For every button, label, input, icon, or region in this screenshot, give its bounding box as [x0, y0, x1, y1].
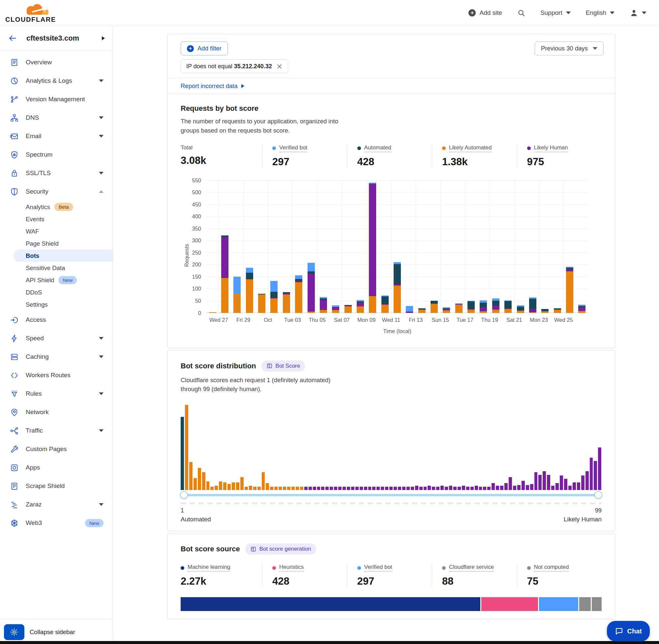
sidebar-item-apps[interactable]: Apps: [0, 458, 113, 477]
histogram-bar-score-81: [521, 481, 525, 490]
main-content: + Add filter IP does not equal 35.212.24…: [113, 26, 659, 644]
site-expand-icon[interactable]: [102, 36, 105, 40]
chevron-down-icon: [99, 135, 103, 138]
sidebar-subitem-label: Bots: [26, 252, 39, 259]
distribution-title: Bot score distribution Bot Score: [181, 361, 602, 372]
legend-dot: [181, 566, 184, 570]
histogram-bar-score-69: [470, 487, 474, 490]
x-axis-tick: Wed 11: [382, 317, 400, 323]
sidebar-subitem-waf[interactable]: WAF: [0, 225, 113, 237]
sidebar-item-traffic[interactable]: Traffic: [0, 421, 113, 440]
gridline-vertical: [465, 180, 465, 313]
sidebar-item-speed[interactable]: Speed: [0, 329, 113, 348]
histogram-bar-score-64: [449, 486, 452, 490]
sidebar-item-network[interactable]: Network: [0, 403, 113, 421]
stacked-bar: [492, 298, 499, 313]
sidebar-subitem-sensitive-data[interactable]: Sensitive Data: [0, 262, 113, 274]
stacked-bar: [295, 275, 302, 313]
search-button[interactable]: [517, 9, 525, 17]
analytics-icon: [10, 76, 19, 86]
not-computed-stat: Not computed75: [517, 564, 602, 587]
histogram-bar-score-3: [189, 462, 192, 490]
stacked-bar: [517, 305, 524, 313]
stat-label: Likely Automated: [449, 144, 492, 152]
gridline: [206, 180, 588, 181]
likely-human-segment: [221, 237, 229, 278]
filter-chip[interactable]: IP does not equal 35.212.240.32: [181, 59, 288, 73]
bot-score-generation-badge[interactable]: Bot score generation: [245, 544, 316, 555]
verified-bot-segment: [406, 306, 413, 312]
sidebar-item-ssl-tls[interactable]: SSL/TLS: [0, 164, 113, 182]
sidebar-item-overview[interactable]: Overview: [0, 53, 113, 72]
add-site-button[interactable]: + Add site: [468, 9, 502, 17]
likely-human-segment: [492, 306, 499, 309]
top-nav: + Add site Support English: [468, 8, 646, 17]
chat-button[interactable]: Chat: [607, 621, 650, 641]
sidebar-subitem-bots[interactable]: Bots: [13, 250, 113, 262]
histogram-bar-score-21: [266, 483, 269, 490]
y-axis-tick: 300: [181, 237, 201, 244]
sidebar-item-spectrum[interactable]: Spectrum: [0, 145, 113, 164]
site-name: cftestsite3.com: [26, 34, 79, 43]
back-arrow-icon[interactable]: [8, 33, 17, 43]
sidebar-item-label: Web3: [26, 519, 81, 527]
bot-score-badge[interactable]: Bot Score: [261, 361, 305, 372]
new-badge: New: [58, 276, 77, 284]
legend-dot: [527, 566, 531, 570]
sidebar-item-custom-pages[interactable]: Custom Pages: [0, 440, 113, 458]
chevron-down-icon: [99, 392, 103, 395]
sidebar-item-security[interactable]: Security: [0, 182, 113, 201]
sidebar-subitem-api-shield[interactable]: API ShieldNew: [0, 274, 113, 286]
sidebar-item-scrape-shield[interactable]: Scrape Shield: [0, 477, 113, 495]
sidebar-item-version-management[interactable]: Version Management: [0, 90, 113, 109]
histogram-bar-score-77: [504, 483, 508, 490]
site-selector[interactable]: cftestsite3.com: [0, 26, 113, 50]
add-filter-label: Add filter: [197, 45, 221, 52]
sidebar-item-label: Scrape Shield: [26, 482, 103, 490]
histogram-bar-score-87: [547, 475, 550, 490]
collapse-sidebar-button[interactable]: Collapse sidebar: [30, 628, 75, 636]
legend-dot: [272, 566, 276, 570]
report-incorrect-data-link[interactable]: Report incorrect data: [181, 83, 244, 90]
sidebar-item-access[interactable]: Access: [0, 310, 113, 329]
chevron-down-icon: [642, 12, 646, 14]
sidebar-subitem-settings[interactable]: Settings: [0, 298, 113, 310]
cloudflare-service-stat: Cloudflare service88: [432, 564, 517, 587]
language-menu[interactable]: English: [586, 9, 614, 17]
sidebar-subitem-ddos[interactable]: DDoS: [0, 286, 113, 298]
settings-gear-button[interactable]: [4, 624, 24, 640]
likely-human-segment: [406, 312, 413, 313]
likely-automated-segment: [492, 309, 499, 313]
histogram-bar-score-88: [551, 486, 555, 490]
sidebar-item-analytics-logs[interactable]: Analytics & Logs: [0, 72, 113, 90]
remove-filter-icon[interactable]: [276, 63, 283, 70]
brand-wordmark: CLOUDFLARE: [5, 16, 56, 23]
chevron-down-icon: [99, 355, 103, 358]
requests-card: + Add filter IP does not equal 35.212.24…: [167, 34, 615, 348]
date-range-select[interactable]: Previous 30 days: [535, 42, 604, 55]
add-filter-button[interactable]: + Add filter: [181, 42, 228, 55]
account-menu[interactable]: [630, 8, 646, 17]
sidebar-item-dns[interactable]: DNS: [0, 109, 113, 127]
sidebar-subitem-analytics[interactable]: AnalyticsBeta: [0, 201, 113, 213]
histogram-bar-score-66: [457, 487, 461, 490]
caching-icon: [10, 352, 19, 362]
gridline-vertical: [539, 180, 539, 313]
slider-handle-max[interactable]: [594, 491, 602, 499]
stat-label: Heuristics: [279, 564, 304, 572]
sidebar-item-rules[interactable]: Rules: [0, 385, 113, 403]
slider-handle-min[interactable]: [180, 491, 188, 499]
sidebar-item-email[interactable]: Email: [0, 127, 113, 145]
sidebar-item-caching[interactable]: Caching: [0, 348, 113, 366]
sidebar-item-workers-routes[interactable]: Workers Routes: [0, 366, 113, 385]
stat-value: 428: [272, 575, 347, 587]
stat-label-row: Total: [181, 144, 262, 151]
sidebar-item-web3[interactable]: Web3New: [0, 514, 113, 532]
histogram-bar-score-67: [462, 486, 465, 490]
sidebar-subitem-page-shield[interactable]: Page Shield: [0, 237, 113, 250]
sidebar-subitem-events[interactable]: Events: [0, 213, 113, 225]
support-menu[interactable]: Support: [540, 9, 571, 17]
sidebar-item-zaraz[interactable]: Zaraz: [0, 495, 113, 514]
stacked-bar: [357, 300, 364, 313]
slider-track[interactable]: [183, 494, 599, 496]
